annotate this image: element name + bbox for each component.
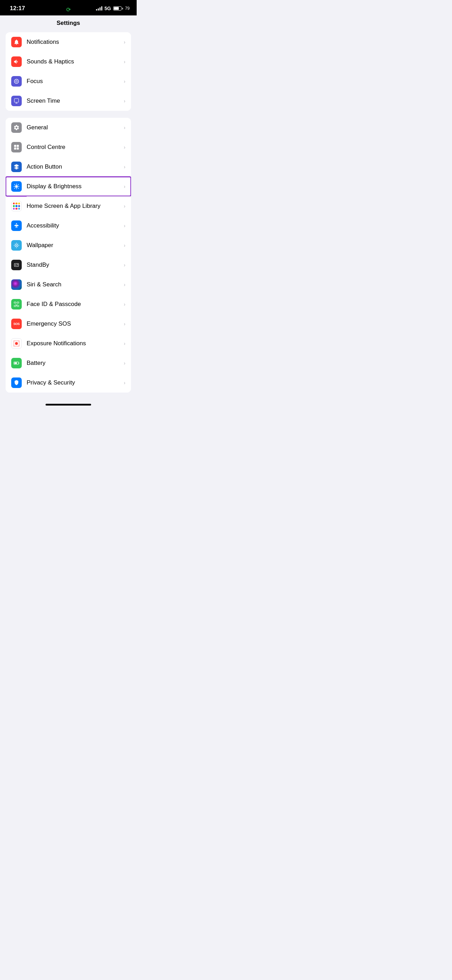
notifications-chevron: › (124, 39, 126, 45)
wallpaper-label: Wallpaper (27, 242, 124, 249)
svg-rect-23 (14, 305, 16, 307)
emergencysos-icon-text: SOS (13, 322, 20, 326)
exposure-icon (11, 338, 22, 349)
homescreen-label: Home Screen & App Library (27, 203, 124, 210)
exposure-label: Exposure Notifications (27, 340, 124, 347)
actionbutton-icon (11, 162, 22, 172)
settings-item-general[interactable]: General › (6, 118, 131, 137)
general-label: General (27, 124, 124, 131)
settings-item-actionbutton[interactable]: Action Button › (6, 157, 131, 177)
standby-label: StandBy (27, 261, 124, 269)
svg-line-13 (14, 188, 15, 189)
settings-item-screentime[interactable]: Screen Time › (6, 91, 131, 111)
signal-bar-4 (101, 6, 102, 11)
battery-body (113, 6, 122, 11)
accessibility-chevron: › (124, 223, 126, 229)
battery-chevron: › (124, 360, 126, 366)
actionbutton-label: Action Button (27, 163, 124, 170)
settings-item-accessibility[interactable]: Accessibility › (6, 216, 131, 235)
displaybrightness-icon (11, 181, 22, 192)
settings-item-displaybrightness[interactable]: Display & Brightness › (6, 177, 131, 196)
settings-section-1: Notifications › Sounds & Haptics › Focus… (6, 32, 131, 111)
settings-section-2: General › Control Centre › Action Button… (6, 118, 131, 393)
svg-rect-1 (14, 145, 16, 147)
privacy-chevron: › (124, 380, 126, 385)
svg-rect-19 (17, 264, 18, 265)
emergencysos-icon: SOS (11, 318, 22, 329)
standby-icon (11, 260, 22, 270)
siri-label: Siri & Search (27, 281, 124, 288)
sounds-chevron: › (124, 59, 126, 65)
general-icon (11, 123, 22, 133)
homescreen-chevron: › (124, 203, 126, 209)
svg-rect-0 (14, 99, 19, 102)
signal-bars (96, 6, 102, 11)
screentime-chevron: › (124, 98, 126, 104)
controlcentre-label: Control Centre (27, 144, 124, 151)
faceid-icon (11, 299, 22, 310)
focus-icon (11, 76, 22, 87)
dynamic-island: ⟳ (47, 3, 89, 16)
siri-icon (11, 279, 22, 290)
privacy-icon (11, 377, 22, 388)
settings-item-notifications[interactable]: Notifications › (6, 32, 131, 52)
actionbutton-chevron: › (124, 164, 126, 170)
home-bar-line (46, 404, 91, 406)
svg-rect-20 (17, 265, 18, 266)
notifications-label: Notifications (27, 38, 124, 46)
battery-percent: 79 (125, 6, 130, 11)
status-time: 12:17 (10, 5, 25, 12)
battery-icon-settings (11, 358, 22, 368)
settings-item-wallpaper[interactable]: Wallpaper › (6, 235, 131, 255)
svg-point-18 (15, 265, 16, 266)
svg-line-12 (18, 185, 19, 185)
emergencysos-label: Emergency SOS (27, 320, 124, 328)
wallpaper-chevron: › (124, 243, 126, 248)
settings-item-battery[interactable]: Battery › (6, 353, 131, 373)
svg-rect-22 (17, 302, 19, 303)
screentime-icon (11, 96, 22, 106)
privacy-label: Privacy & Security (27, 379, 124, 386)
standby-chevron: › (124, 262, 126, 268)
svg-point-5 (15, 185, 18, 188)
accessibility-label: Accessibility (27, 222, 124, 229)
settings-item-standby[interactable]: StandBy › (6, 255, 131, 275)
siri-chevron: › (124, 282, 126, 287)
settings-item-sounds[interactable]: Sounds & Haptics › (6, 52, 131, 72)
displaybrightness-chevron: › (124, 184, 126, 189)
settings-item-emergencysos[interactable]: SOS Emergency SOS › (6, 314, 131, 334)
svg-line-11 (18, 188, 19, 189)
svg-rect-26 (14, 363, 17, 364)
svg-point-14 (16, 223, 17, 224)
emergencysos-chevron: › (124, 321, 126, 327)
signal-bar-2 (98, 8, 99, 11)
svg-rect-21 (14, 302, 16, 303)
battery-icon (113, 6, 123, 11)
settings-item-faceid[interactable]: Face ID & Passcode › (6, 294, 131, 314)
controlcentre-icon (11, 142, 22, 153)
settings-item-focus[interactable]: Focus › (6, 72, 131, 91)
svg-point-16 (16, 245, 17, 246)
sounds-icon (11, 56, 22, 67)
accessibility-icon (11, 221, 22, 231)
battery-label: Battery (27, 360, 124, 367)
displaybrightness-label: Display & Brightness (27, 183, 124, 190)
settings-item-siri[interactable]: Siri & Search › (6, 275, 131, 294)
faceid-label: Face ID & Passcode (27, 301, 124, 308)
controlcentre-chevron: › (124, 145, 126, 150)
svg-line-10 (14, 185, 15, 185)
svg-rect-24 (17, 305, 19, 307)
faceid-chevron: › (124, 301, 126, 307)
status-right: 5G 79 (96, 6, 130, 11)
focus-chevron: › (124, 78, 126, 84)
dynamic-island-icon: ⟳ (66, 6, 71, 13)
settings-item-privacy[interactable]: Privacy & Security › (6, 373, 131, 393)
battery-fill (114, 7, 119, 10)
settings-item-exposure[interactable]: Exposure Notifications › (6, 334, 131, 353)
settings-item-homescreen[interactable]: Home Screen & App Library › (6, 196, 131, 216)
battery-tip (122, 8, 123, 10)
status-bar: 12:17 ⟳ 5G 79 (0, 0, 137, 16)
homescreen-icon (11, 201, 22, 212)
page-title: Settings (0, 16, 137, 32)
settings-item-controlcentre[interactable]: Control Centre › (6, 137, 131, 157)
